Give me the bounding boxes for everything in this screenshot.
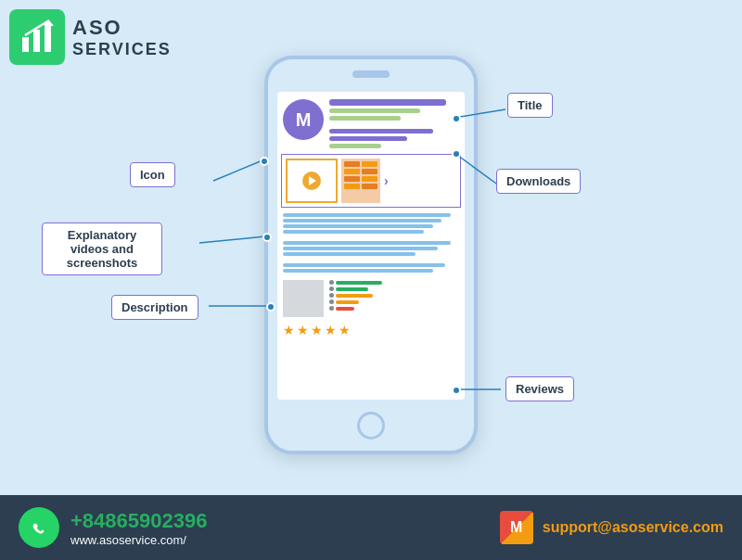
reviews-dot — [452, 386, 461, 395]
desc-line-7 — [283, 252, 416, 256]
rb-row-2 — [329, 286, 459, 291]
tooltip-description-text: Description — [122, 300, 188, 314]
desc-line-9 — [283, 269, 433, 273]
play-triangle — [309, 176, 316, 185]
downloads-bar-3 — [329, 144, 381, 148]
rb-dot-4 — [329, 299, 334, 304]
rb-row-1 — [329, 280, 459, 285]
ss-block-5 — [344, 176, 360, 182]
rb-row-4 — [329, 299, 459, 304]
phone-screen: M — [277, 92, 465, 400]
tooltip-reviews: Reviews — [505, 376, 574, 401]
ss-block-1 — [344, 161, 360, 167]
logo-aso-label: ASO — [72, 16, 172, 40]
desc-line-8 — [283, 263, 445, 267]
video-thumbnail — [286, 159, 338, 203]
tooltip-downloads-text: Downloads — [506, 174, 570, 188]
tooltip-title: Title — [507, 93, 553, 118]
phone-home-button — [357, 412, 385, 439]
tooltip-reviews-text: Reviews — [516, 382, 564, 396]
footer-left: +84865902396 www.asoservice.com/ — [19, 507, 207, 548]
star-4: ★ — [325, 323, 337, 337]
app-info-bars — [329, 99, 459, 148]
desc-line-2 — [283, 219, 441, 223]
app-header: M — [277, 92, 465, 152]
phone-speaker — [352, 70, 390, 78]
rb-dot-2 — [329, 286, 334, 291]
reviews-section — [277, 276, 465, 321]
description-dot — [266, 302, 275, 312]
icon-dot — [260, 157, 269, 166]
rb-dot-1 — [329, 280, 334, 285]
app-icon-letter: M — [296, 109, 312, 131]
title-bar-1 — [329, 99, 446, 106]
stars-row: ★ ★ ★ ★ ★ — [277, 321, 465, 337]
rb-bar-red — [336, 307, 354, 311]
ss-block-8 — [362, 184, 377, 189]
rb-row-3 — [329, 293, 459, 298]
tooltip-icon: Icon — [130, 162, 175, 187]
rb-dot-5 — [329, 306, 334, 311]
star-5: ★ — [339, 323, 351, 337]
downloads-dot — [452, 149, 461, 159]
app-icon: M — [283, 99, 324, 140]
ss-block-2 — [362, 161, 377, 167]
phone-mockup: M — [264, 56, 478, 454]
svg-rect-0 — [22, 37, 29, 52]
footer-email: support@asoservice.com — [543, 519, 723, 536]
desc-line-6 — [283, 247, 438, 250]
tooltip-explanatory: Explanatory videos and screenshots — [42, 223, 162, 275]
review-image — [283, 280, 324, 317]
screenshots-dot — [262, 233, 272, 242]
tooltip-title-text: Title — [518, 98, 543, 112]
rb-bar-orange — [336, 294, 373, 298]
rb-bar-green-2 — [336, 287, 368, 291]
svg-line-7 — [199, 236, 265, 243]
description-section — [277, 210, 465, 276]
subtitle-bar-1 — [329, 108, 420, 113]
footer-right: M support@asoservice.com — [500, 511, 723, 544]
svg-rect-2 — [45, 22, 51, 52]
phone-frame: M — [264, 56, 478, 454]
ss-block-4 — [362, 169, 377, 174]
logo-text: ASO SERVICES — [72, 16, 172, 59]
footer: +84865902396 www.asoservice.com/ M suppo… — [0, 495, 742, 560]
footer-contact: +84865902396 www.asoservice.com/ — [70, 509, 207, 547]
svg-rect-1 — [33, 30, 40, 52]
footer-m-letter: M — [510, 519, 522, 536]
tooltip-description: Description — [111, 295, 198, 320]
rb-bar-orange-2 — [336, 300, 359, 304]
svg-line-4 — [213, 160, 262, 181]
screenshots-section: › — [281, 154, 461, 208]
star-3: ★ — [311, 323, 323, 337]
review-bars — [329, 280, 459, 311]
ss-row-4 — [344, 184, 377, 189]
desc-line-5 — [283, 241, 451, 245]
footer-m-logo: M — [500, 511, 533, 544]
downloads-bar-1 — [329, 129, 433, 134]
subtitle-bar-2 — [329, 116, 401, 121]
rb-row-5 — [329, 306, 459, 311]
rb-bar-green — [336, 281, 382, 285]
tooltip-downloads: Downloads — [496, 169, 581, 194]
whatsapp-svg — [26, 515, 52, 541]
whatsapp-icon[interactable] — [19, 507, 59, 548]
desc-line-4 — [283, 230, 424, 234]
chevron-right-icon: › — [384, 173, 389, 188]
star-2: ★ — [297, 323, 309, 337]
tooltip-icon-text: Icon — [140, 168, 165, 182]
ss-block-7 — [344, 184, 360, 189]
desc-line-3 — [283, 224, 433, 228]
downloads-bar-2 — [329, 136, 407, 141]
logo-area: ASO SERVICES — [9, 9, 172, 65]
chart-icon — [19, 19, 56, 56]
footer-website: www.asoservice.com/ — [70, 533, 207, 547]
rb-dot-3 — [329, 293, 334, 298]
logo-services-label: SERVICES — [72, 40, 172, 59]
svg-point-10 — [27, 515, 51, 540]
star-1: ★ — [283, 323, 295, 337]
ss-row-1 — [344, 161, 377, 167]
tooltip-explanatory-text: Explanatory videos and screenshots — [67, 228, 138, 270]
play-button — [302, 172, 321, 190]
footer-phone: +84865902396 — [70, 509, 207, 533]
